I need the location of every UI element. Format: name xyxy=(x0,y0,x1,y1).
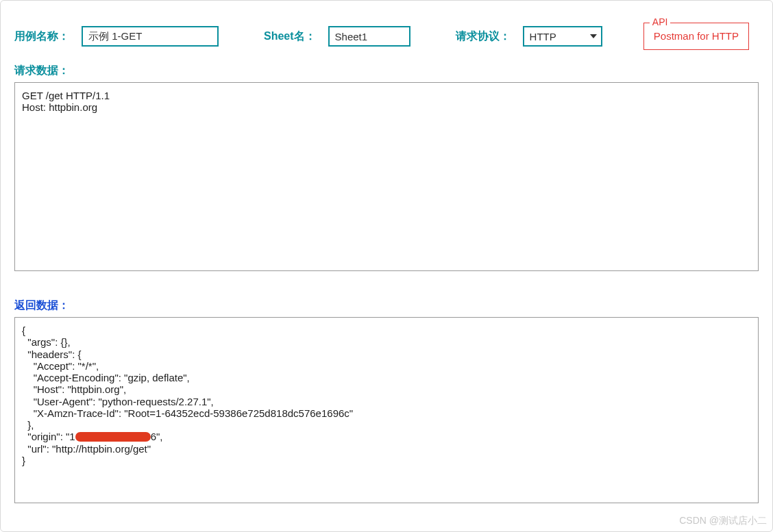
protocol-select[interactable] xyxy=(523,26,602,47)
sheet-name-label: Sheet名： xyxy=(264,29,316,44)
api-groupbox: API Postman for HTTP xyxy=(643,23,749,50)
watermark-text: CSDN @测试店小二 xyxy=(679,515,767,527)
response-body-textarea[interactable]: { "args": {}, "headers": { "Accept": "*/… xyxy=(14,317,759,503)
header-row: 用例名称： Sheet名： 请求协议： API Postman for HTTP xyxy=(1,14,772,54)
response-body-text: { "args": {}, "headers": { "Accept": "*/… xyxy=(22,325,751,466)
panel: 用例名称： Sheet名： 请求协议： API Postman for HTTP… xyxy=(0,0,773,532)
postman-link[interactable]: Postman for HTTP xyxy=(654,30,739,42)
case-name-input[interactable] xyxy=(82,26,219,47)
request-section-label: 请求数据： xyxy=(1,54,772,82)
chevron-down-icon xyxy=(590,34,597,38)
api-groupbox-legend: API xyxy=(650,16,671,27)
response-section-label: 返回数据： xyxy=(1,271,772,317)
sheet-name-input[interactable] xyxy=(328,26,410,47)
request-body-text: GET /get HTTP/1.1 Host: httpbin.org xyxy=(22,90,751,114)
protocol-label: 请求协议： xyxy=(456,29,511,44)
request-body-textarea[interactable]: GET /get HTTP/1.1 Host: httpbin.org xyxy=(14,82,759,271)
protocol-value[interactable] xyxy=(524,27,586,45)
redacted-origin xyxy=(75,432,151,442)
case-name-label: 用例名称： xyxy=(14,29,69,44)
